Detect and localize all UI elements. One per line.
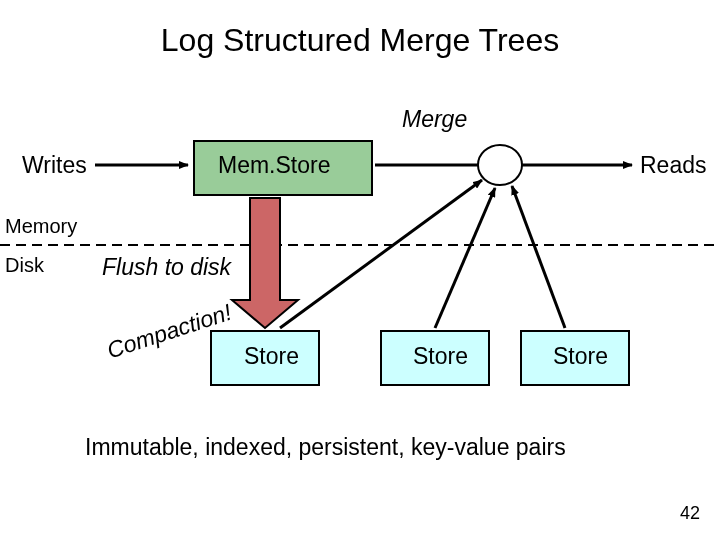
slide-title: Log Structured Merge Trees (0, 22, 720, 59)
svg-line-7 (512, 186, 565, 328)
flush-label: Flush to disk (102, 254, 231, 281)
subtitle: Immutable, indexed, persistent, key-valu… (85, 434, 566, 461)
memstore-label: Mem.Store (218, 152, 330, 179)
merge-label: Merge (402, 106, 467, 133)
svg-line-6 (435, 188, 495, 328)
reads-label: Reads (640, 152, 706, 179)
svg-marker-8 (232, 198, 298, 328)
store-label-2: Store (413, 343, 468, 370)
store-label-1: Store (244, 343, 299, 370)
flush-arrow-icon (232, 198, 298, 328)
svg-point-4 (478, 145, 522, 185)
store-label-3: Store (553, 343, 608, 370)
page-number: 42 (680, 503, 700, 524)
svg-line-5 (280, 180, 482, 328)
memory-label: Memory (5, 215, 77, 238)
disk-label: Disk (5, 254, 44, 277)
writes-label: Writes (22, 152, 87, 179)
